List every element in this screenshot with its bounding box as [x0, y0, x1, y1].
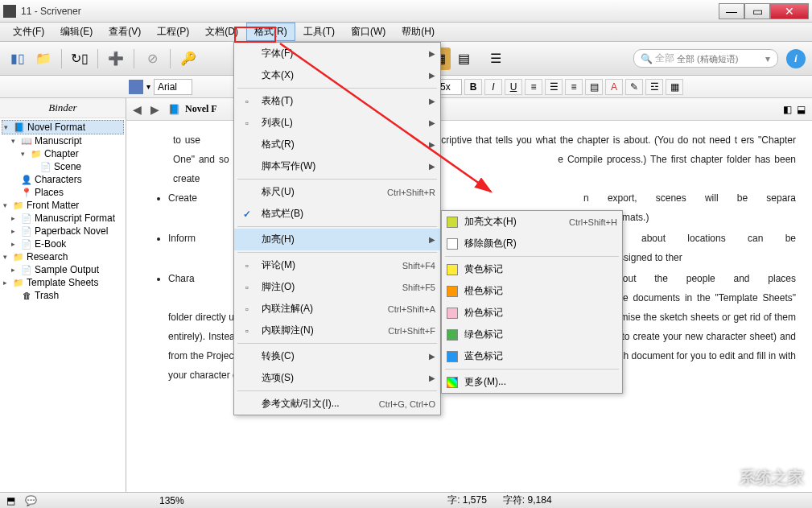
menu-item[interactable]: 参考文献/引文(I)...Ctrl+G, Ctrl+O — [234, 393, 440, 415]
menu-文件(F)[interactable]: 文件(F) — [5, 23, 52, 41]
tree-item[interactable]: ▾📁Chapter — [2, 147, 124, 160]
help-button[interactable]: i — [786, 49, 806, 68]
list-icon[interactable]: ☲ — [645, 79, 663, 95]
highlight-option[interactable]: 移除颜色(R) — [442, 233, 622, 254]
menu-item[interactable]: 字体(F)▶ — [234, 43, 440, 64]
tree-item[interactable]: ▾📁Front Matter — [2, 199, 124, 212]
menubar: 文件(F)编辑(E)查看(V)工程(P)文档(D)格式(R)工具(T)窗口(W)… — [0, 23, 812, 42]
bold-button[interactable]: B — [464, 79, 482, 95]
table-icon[interactable]: ▦ — [666, 79, 683, 95]
split-v-icon[interactable]: ⬓ — [797, 104, 806, 115]
tree-item[interactable]: 🗑Trash — [2, 289, 124, 302]
menu-item[interactable]: 标尺(U)Ctrl+Shift+R — [234, 181, 440, 203]
highlight-color-icon[interactable]: ✎ — [625, 79, 643, 95]
menu-item[interactable]: ▫脚注(O)Shift+F5 — [234, 276, 440, 298]
split-h-icon[interactable]: ◧ — [783, 104, 792, 115]
nav-fwd-icon[interactable]: ▶ — [150, 103, 163, 116]
zoom-level[interactable]: 135% — [159, 495, 184, 506]
add-button[interactable]: ➕ — [105, 47, 127, 70]
highlight-option[interactable]: 更多(M)... — [442, 371, 622, 393]
app-icon — [3, 5, 16, 18]
titlebar: 11 - Scrivener — ▭ ✕ — [0, 0, 812, 23]
menu-item[interactable]: 格式(R)▶ — [234, 134, 440, 155]
word-count: 1,575 — [463, 494, 487, 506]
highlight-option[interactable]: 蓝色标记 — [442, 345, 622, 367]
align-right-icon[interactable]: ≡ — [565, 79, 583, 95]
menu-item[interactable]: 脚本写作(W)▶ — [234, 155, 440, 177]
italic-button[interactable]: I — [484, 79, 502, 95]
menu-item[interactable]: ▫内联脚注(N)Ctrl+Shift+F — [234, 320, 440, 341]
tree-item[interactable]: 📍Places — [2, 186, 124, 199]
format-menu-dropdown: 字体(F)▶文本(X)▶▫表格(T)▶▫列表(L)▶格式(R)▶脚本写作(W)▶… — [233, 42, 441, 415]
menu-item[interactable]: 加亮(H)▶ — [234, 229, 440, 250]
highlight-option[interactable]: 橙色标记 — [442, 280, 622, 302]
menu-item[interactable]: ▫内联注解(A)Ctrl+Shift+A — [234, 298, 440, 320]
sync-icon[interactable]: ↻▯ — [68, 47, 91, 70]
menu-工具(T)[interactable]: 工具(T) — [295, 23, 343, 41]
highlight-option[interactable]: 加亮文本(H)Ctrl+Shift+H — [442, 211, 622, 233]
highlight-option[interactable]: 绿色标记 — [442, 324, 622, 345]
binder-toggle-icon[interactable]: ▮▯ — [6, 47, 29, 70]
keywords-button[interactable]: 🔑 — [177, 47, 200, 70]
doc-icon: 📘 — [168, 104, 180, 115]
tree-item[interactable]: ▸📄Paperback Novel — [2, 225, 124, 237]
editor-title: Novel F — [185, 103, 217, 115]
tree-item[interactable]: ▾📘Novel Format — [2, 120, 124, 134]
statusbar: ⬒ 💬 135% 字: 1,575 字符: 9,184 — [0, 492, 812, 508]
style-picker[interactable] — [129, 80, 143, 94]
search-input[interactable] — [677, 54, 765, 64]
binder-header: Binder — [0, 98, 126, 118]
highlight-submenu: 加亮文本(H)Ctrl+Shift+H移除颜色(R)黄色标记橙色标记粉色标记绿色… — [441, 210, 623, 394]
comment-status-icon[interactable]: 💬 — [25, 495, 37, 506]
trash-button[interactable]: ⊘ — [141, 47, 163, 70]
menu-item[interactable]: ▫表格(T)▶ — [234, 90, 440, 112]
menu-工程(P)[interactable]: 工程(P) — [149, 23, 197, 41]
collection-icon[interactable]: 📁 — [32, 47, 55, 70]
menu-item[interactable]: 文本(X)▶ — [234, 64, 440, 86]
menu-item[interactable]: ▫列表(L)▶ — [234, 112, 440, 134]
tree-item[interactable]: 📄Scene — [2, 160, 124, 173]
underline-button[interactable]: U — [505, 79, 522, 95]
menu-查看(V)[interactable]: 查看(V) — [101, 23, 149, 41]
view-cork-icon[interactable]: ▤ — [452, 47, 475, 70]
watermark: 系统之家 — [740, 467, 804, 489]
menu-item[interactable]: ▫评论(M)Shift+F4 — [234, 254, 440, 276]
minimize-button[interactable]: — — [719, 3, 744, 19]
font-select[interactable]: Arial — [154, 79, 192, 95]
menu-item[interactable]: 转换(C)▶ — [234, 345, 440, 367]
char-count: 9,184 — [528, 494, 552, 506]
tree-item[interactable]: ▸📄E-Book — [2, 237, 124, 250]
highlight-option[interactable]: 黄色标记 — [442, 258, 622, 280]
align-justify-icon[interactable]: ▤ — [585, 79, 603, 95]
maximize-button[interactable]: ▭ — [744, 3, 770, 19]
menu-帮助(H)[interactable]: 帮助(H) — [394, 23, 443, 41]
align-center-icon[interactable]: ☰ — [545, 79, 563, 95]
view-outline-icon[interactable]: ☰ — [484, 47, 507, 70]
menu-编辑(E)[interactable]: 编辑(E) — [52, 23, 101, 41]
nav-back-icon[interactable]: ◀ — [133, 103, 146, 116]
tree-item[interactable]: ▸📄Sample Output — [2, 263, 124, 276]
tree-item[interactable]: ▾📁Research — [2, 250, 124, 263]
menu-item[interactable]: ✓格式栏(B) — [234, 203, 440, 225]
tree-item[interactable]: ▸📁Template Sheets — [2, 276, 124, 289]
text-color-icon[interactable]: A — [605, 79, 623, 95]
tree-item[interactable]: 👤Characters — [2, 173, 124, 186]
annotation-highlight — [234, 27, 276, 43]
highlight-option[interactable]: 粉色标记 — [442, 302, 622, 324]
search-box[interactable]: 🔍 全部 ▾ — [633, 49, 778, 68]
search-scope: 全部 — [655, 52, 674, 65]
tree-item[interactable]: ▸📄Manuscript Format — [2, 212, 124, 225]
binder-panel: Binder ▾📘Novel Format▾📖Manuscript▾📁Chapt… — [0, 98, 126, 492]
close-button[interactable]: ✕ — [770, 3, 809, 19]
menu-item[interactable]: 选项(S)▶ — [234, 367, 440, 389]
search-dropdown-icon[interactable]: ▾ — [765, 53, 770, 64]
align-left-icon[interactable]: ≡ — [525, 79, 542, 95]
window-title: 11 - Scrivener — [21, 6, 719, 17]
editor-header: ◀ ▶ 📘 Novel F ◧ ⬓ — [126, 98, 812, 121]
status-icon[interactable]: ⬒ — [6, 495, 15, 506]
tree-item[interactable]: ▾📖Manuscript — [2, 134, 124, 147]
binder-tree: ▾📘Novel Format▾📖Manuscript▾📁Chapter📄Scen… — [0, 118, 126, 492]
menu-窗口(W)[interactable]: 窗口(W) — [343, 23, 394, 41]
